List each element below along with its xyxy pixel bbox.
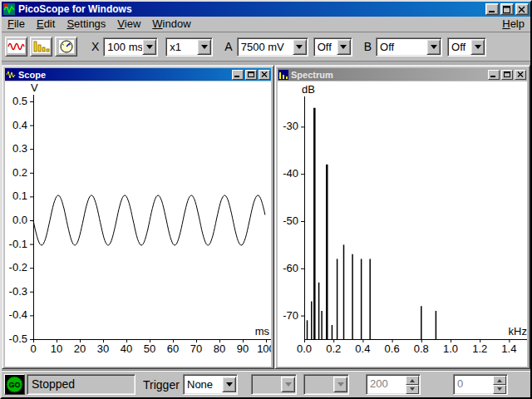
maximize-button[interactable] [500,3,514,15]
menu-window[interactable]: Window [146,17,196,32]
channel-b-range-select[interactable]: Off [376,37,442,57]
app-titlebar[interactable]: PicoScope for Windows [2,2,530,17]
menu-settings[interactable]: Settings [61,17,111,32]
new-spectrum-view-button[interactable] [30,37,52,57]
svg-text:-0.4: -0.4 [9,308,27,321]
close-icon [517,71,524,77]
minimize-icon [490,71,497,77]
go-button[interactable]: GO [4,374,25,395]
svg-text:60: 60 [167,342,179,355]
go-icon: GO [6,376,23,393]
svg-text:0.2: 0.2 [12,166,27,179]
channel-a-mode-select[interactable]: Off [313,37,352,57]
spin-up-button[interactable] [493,376,506,385]
svg-text:-50: -50 [283,214,298,227]
svg-text:70: 70 [190,342,202,355]
spectrum-minimize-button[interactable] [488,70,500,80]
timebase-select[interactable]: 100 ms [103,37,158,57]
chevron-up-icon [497,377,502,382]
status-panel: Stopped [27,374,135,395]
menu-view[interactable]: View [111,17,146,32]
minimize-icon [488,6,496,13]
svg-text:0.0: 0.0 [12,214,27,226]
spin-up-button[interactable] [406,376,419,385]
spin-down-button[interactable] [493,385,506,394]
svg-text:50: 50 [144,342,155,355]
channel-a-range-select[interactable]: 7500 mV [237,37,308,57]
chevron-down-icon [497,387,502,393]
svg-text:30: 30 [97,342,109,355]
scope-window: Scope -0.5-0.4-0.3-0.2-0.10.00.10.20.30.… [2,65,274,369]
toolbar: X 100 ms x1 A 7500 mV Off B Off Off [2,32,530,62]
svg-text:V: V [31,81,38,94]
status-text: Stopped [32,377,75,391]
trigger-label: Trigger [143,378,180,392]
scope-window-title: Scope [18,70,229,80]
spectrum-window-titlebar[interactable]: Spectrum [278,68,527,81]
spectrum-close-button[interactable] [515,70,526,80]
chevron-down-icon[interactable] [337,39,351,55]
chevron-down-icon[interactable] [293,39,307,55]
trigger-delay-spinner[interactable]: 0 [453,374,508,395]
picoscope-window: PicoScope for Windows File Edit Settings… [0,0,532,399]
scope-maximize-button[interactable] [245,70,257,80]
menubar: File Edit Settings View Window Help [2,17,530,32]
spectrum-window: Spectrum -30-40-50-60-700.00.20.40.60.81… [274,65,530,369]
channel-b-mode-select[interactable]: Off [447,37,486,57]
menu-help[interactable]: Help [496,17,530,32]
scope-close-button[interactable] [259,70,270,80]
svg-text:kHz: kHz [509,325,527,337]
x-channel-label: X [91,40,99,53]
svg-text:0.3: 0.3 [12,142,27,155]
chevron-down-icon [333,377,347,392]
svg-text:ms: ms [255,325,270,337]
minimize-button[interactable] [485,3,499,15]
svg-text:-0.1: -0.1 [9,238,27,250]
svg-text:-70: -70 [283,309,298,322]
svg-text:-0.3: -0.3 [9,285,27,298]
close-icon [261,71,268,77]
svg-text:-60: -60 [283,262,298,274]
chevron-down-icon[interactable] [222,377,236,392]
svg-text:1.0: 1.0 [443,342,458,355]
chevron-down-icon[interactable] [142,39,156,55]
chevron-up-icon [410,377,415,382]
svg-text:20: 20 [74,342,86,355]
svg-text:90: 90 [237,342,249,355]
svg-text:0: 0 [30,342,36,355]
chevron-down-icon [410,387,415,393]
trigger-mode-select[interactable]: None [183,374,238,395]
scope-window-titlebar[interactable]: Scope [5,68,271,81]
maximize-icon [504,71,510,77]
new-meter-view-button[interactable] [55,37,77,57]
menu-file[interactable]: File [2,17,31,32]
svg-text:1.2: 1.2 [472,342,487,355]
menu-edit[interactable]: Edit [31,17,61,32]
chevron-down-icon[interactable] [426,39,441,55]
spectrum-maximize-button[interactable] [501,70,513,80]
meter-gauge-icon [59,40,74,53]
chevron-down-icon[interactable] [470,39,485,55]
scope-plot-area: -0.5-0.4-0.3-0.2-0.10.00.10.20.30.40.501… [5,81,271,367]
svg-text:0.8: 0.8 [414,342,429,355]
new-scope-view-button[interactable] [5,37,27,57]
multiplier-select[interactable]: x1 [165,37,213,57]
svg-text:0.1: 0.1 [12,190,27,202]
spectrum-window-title: Spectrum [291,70,485,80]
svg-text:0.5: 0.5 [12,95,27,107]
svg-text:40: 40 [121,342,132,355]
svg-text:-40: -40 [283,167,298,180]
spin-down-button[interactable] [406,385,419,394]
trigger-threshold-spinner[interactable]: 200 [366,374,421,395]
spectrum-window-icon [278,70,288,80]
spectrum-chart: -30-40-50-60-700.00.20.40.60.81.01.21.4d… [278,81,527,367]
spectrum-bars-icon [32,40,50,53]
scope-minimize-button[interactable] [232,70,244,80]
svg-text:80: 80 [214,342,225,355]
close-button[interactable] [515,3,529,15]
scope-chart: -0.5-0.4-0.3-0.2-0.10.00.10.20.30.40.501… [5,81,271,367]
scope-window-icon [6,70,16,80]
svg-text:-30: -30 [283,120,298,132]
chevron-down-icon[interactable] [197,39,211,55]
mdi-workspace: Scope -0.5-0.4-0.3-0.2-0.10.00.10.20.30.… [2,62,530,371]
